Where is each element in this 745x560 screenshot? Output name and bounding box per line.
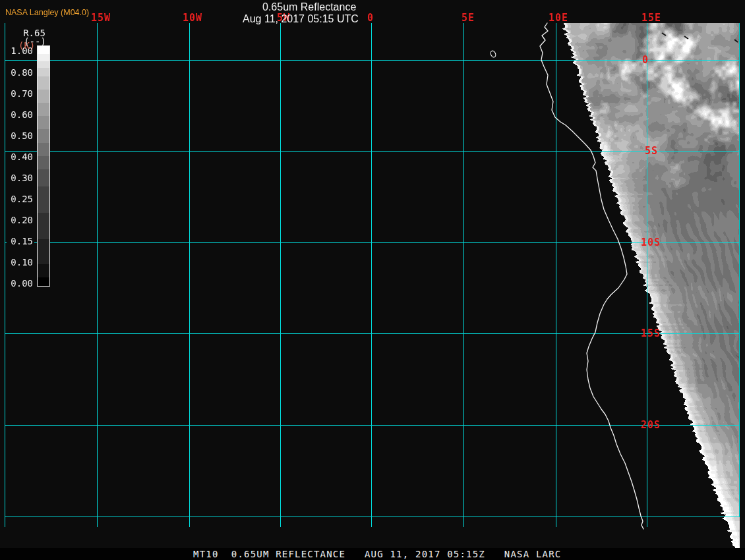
lat-label-5s: 5S — [645, 146, 658, 155]
page-title: 0.65um Reflectance — [262, 1, 356, 13]
sao-tome-island-outline — [490, 50, 497, 58]
africa-coastline — [540, 23, 643, 529]
colorbar-tick: 0.15 — [7, 237, 34, 246]
nasa-langley-credit: NASA Langley (M04.0) — [5, 8, 89, 17]
colorbar-tick: 0.60 — [7, 110, 34, 120]
lon-label-5e: 5E — [462, 13, 475, 22]
lon-label-15e: 15E — [641, 13, 661, 22]
product-caption: MT10 0.65UM REFLECTANCE AUG 11, 2017 05:… — [193, 550, 561, 559]
colorbar-units: (--) — [24, 36, 46, 47]
lon-label-10e: 10E — [549, 13, 568, 22]
lat-label-10s: 10S — [641, 238, 661, 247]
colorbar-tick: 0.00 — [7, 279, 34, 289]
lon-label-15w: 15W — [91, 13, 111, 22]
coastline-overlay — [0, 0, 745, 560]
colorbar-tick: 0.80 — [7, 68, 34, 78]
colorbar-gradient — [37, 45, 50, 287]
colorbar-tick: 0.40 — [7, 152, 34, 162]
lat-label-0: 0 — [642, 55, 649, 65]
colorbar-tick: 0.20 — [7, 215, 34, 225]
colorbar-tick: 0.50 — [7, 131, 34, 141]
lon-label-10w: 10W — [183, 13, 202, 22]
colorbar-tick: 0.10 — [7, 258, 34, 267]
satellite-product-screen: 15W 10W 5W 0 5E 10E 15E 0 5S 10S 15S 20S… — [0, 0, 745, 560]
footer-bar: MT10 0.65UM REFLECTANCE AUG 11, 2017 05:… — [0, 548, 745, 560]
small-islet-marks — [662, 33, 738, 42]
timestamp-subtitle: Aug 11, 2017 05:15 UTC — [243, 13, 359, 25]
colorbar-tick: 0.30 — [7, 173, 34, 183]
colorbar-tick: 0.70 — [7, 89, 34, 99]
lat-label-20s: 20S — [641, 420, 661, 430]
lon-label-0: 0 — [367, 13, 374, 22]
lat-label-15s: 15S — [641, 329, 661, 338]
colorbar-tick: 0.25 — [7, 194, 34, 204]
